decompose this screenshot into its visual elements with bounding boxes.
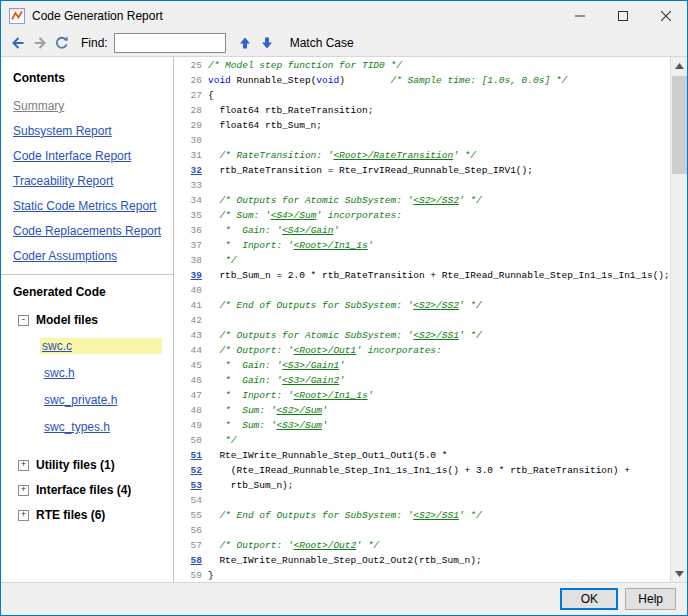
sidebar-link-subsystem-report[interactable]: Subsystem Report (13, 124, 112, 138)
code-text: /* Outport: '<Root>/Out2' */ (208, 538, 379, 553)
line-number: 43 (178, 328, 202, 343)
sidebar-link-coder-assumptions[interactable]: Coder Assumptions (13, 249, 117, 263)
line-number: 25 (178, 58, 202, 73)
code-text: { (208, 88, 214, 103)
code-hyperlink[interactable]: <S2>/SS1 (413, 330, 459, 341)
close-icon[interactable] (644, 1, 687, 30)
generated-code-tree: -Model filesswc.cswc.hswc_private.hswc_t… (13, 313, 173, 522)
code-text: /* End of Outputs for SubSystem: '<S2>/S… (208, 508, 482, 523)
code-hyperlink[interactable]: <S3>/Gain1 (282, 360, 339, 371)
line-number-link[interactable]: 51 (178, 448, 202, 463)
code-plain: float64 rtb_Sum_n; (208, 120, 322, 131)
code-lines: 25/* Model step function for TID0 */26vo… (178, 58, 687, 582)
file-link-swc-c[interactable]: swc.c (40, 338, 162, 354)
code-comment: ' (339, 375, 345, 386)
find-next-arrow-icon[interactable] (256, 32, 278, 54)
scrollbar-thumb[interactable] (672, 76, 687, 174)
line-number: 55 (178, 508, 202, 523)
sidebar-link-code-interface-report[interactable]: Code Interface Report (13, 149, 131, 163)
code-hyperlink[interactable]: <S2>/Sum (276, 405, 322, 416)
back-arrow-icon[interactable] (7, 32, 29, 54)
file-link-swc-types-h[interactable]: swc_types.h (42, 419, 112, 435)
scroll-up-arrow-icon[interactable] (671, 57, 687, 74)
maximize-icon[interactable] (601, 1, 644, 30)
line-number-link[interactable]: 32 (178, 163, 202, 178)
code-comment: /* Sample time: [1.0s, 0.0s] */ (390, 75, 567, 86)
line-number-link[interactable]: 52 (178, 463, 202, 478)
code-generation-report-window: Code Generation Report Find: (0, 0, 688, 616)
help-button[interactable]: Help (625, 588, 676, 610)
code-line: 52 (Rte_IRead_Runnable_Step_In1_1s_In1_1… (178, 463, 687, 478)
code-comment: * Gain: ' (208, 360, 282, 371)
code-comment: /* End of Outputs for SubSystem: ' (208, 510, 413, 521)
sidebar-link-code-replacements-report[interactable]: Code Replacements Report (13, 224, 161, 238)
code-hyperlink[interactable]: <Root>/In1_1s (294, 240, 368, 251)
collapse-box-icon[interactable]: - (18, 315, 29, 326)
code-hyperlink[interactable]: <S2>/SS2 (413, 195, 459, 206)
file-link-swc-h[interactable]: swc.h (42, 365, 77, 381)
code-comment: /* RateTransition: ' (208, 150, 333, 161)
code-text: /* Model step function for TID0 */ (208, 58, 402, 73)
sidebar-link-static-code-metrics-report[interactable]: Static Code Metrics Report (13, 199, 156, 213)
code-comment: * Inport: ' (208, 240, 294, 251)
code-line: 27{ (178, 88, 687, 103)
find-label: Find: (81, 36, 108, 50)
code-text: /* Outputs for Atomic SubSystem: '<S2>/S… (208, 193, 482, 208)
code-hyperlink[interactable]: <Root>/RateTransition (333, 150, 453, 161)
code-hyperlink[interactable]: <S3>/Sum (276, 420, 322, 431)
line-number: 56 (178, 523, 202, 538)
ok-button[interactable]: OK (560, 588, 618, 610)
code-comment: * Gain: ' (208, 225, 282, 236)
line-number: 48 (178, 403, 202, 418)
find-input[interactable] (114, 33, 226, 53)
code-comment: ' (368, 240, 374, 251)
expand-box-icon[interactable]: + (18, 485, 29, 496)
code-hyperlink[interactable]: <Root>/In1_1s (294, 390, 368, 401)
content-area: Contents SummarySubsystem ReportCode Int… (1, 57, 687, 582)
line-number-link[interactable]: 39 (178, 268, 202, 283)
code-line: 58 Rte_IWrite_Runnable_Step_Out2_Out2(rt… (178, 553, 687, 568)
find-previous-arrow-icon[interactable] (234, 32, 256, 54)
expand-box-icon[interactable]: + (18, 510, 29, 521)
line-number: 28 (178, 103, 202, 118)
code-hyperlink[interactable]: <S4>/Sum (271, 210, 317, 221)
line-number: 26 (178, 73, 202, 88)
code-hyperlink[interactable]: <Root>/Out2 (294, 540, 357, 551)
code-comment: * Sum: ' (208, 420, 276, 431)
code-line: 46 * Gain: '<S3>/Gain2' (178, 373, 687, 388)
code-line: 56 (178, 523, 687, 538)
code-hyperlink[interactable]: <S2>/SS2 (413, 300, 459, 311)
vertical-scrollbar[interactable] (670, 57, 687, 582)
line-number-link[interactable]: 58 (178, 553, 202, 568)
code-comment: /* Outputs for Atomic SubSystem: ' (208, 195, 413, 206)
code-hyperlink[interactable]: <S4>/Gain (282, 225, 333, 236)
code-line: 44 /* Outport: '<Root>/Out1' incorporate… (178, 343, 687, 358)
refresh-icon[interactable] (51, 32, 73, 54)
code-line: 54 (178, 493, 687, 508)
forward-arrow-icon[interactable] (29, 32, 51, 54)
tree-node: +Utility files (1) (18, 458, 173, 472)
minimize-icon[interactable] (558, 1, 601, 30)
code-hyperlink[interactable]: <Root>/Out1 (294, 345, 357, 356)
sidebar-link-traceability-report[interactable]: Traceability Report (13, 174, 113, 188)
code-hyperlink[interactable]: <S3>/Gain2 (282, 375, 339, 386)
code-comment: /* End of Outputs for SubSystem: ' (208, 300, 413, 311)
tree-node-label: Interface files (4) (36, 483, 131, 497)
code-hyperlink[interactable]: <S2>/SS1 (413, 510, 459, 521)
code-comment: /* Model step function for TID0 */ (208, 60, 402, 71)
expand-box-icon[interactable]: + (18, 460, 29, 471)
window-title: Code Generation Report (32, 9, 163, 23)
code-line: 42 (178, 313, 687, 328)
scroll-down-arrow-icon[interactable] (671, 565, 687, 582)
code-text: * Inport: '<Root>/In1_1s' (208, 388, 373, 403)
code-line: 32 rtb_RateTransition = Rte_IrvIRead_Run… (178, 163, 687, 178)
match-case-label[interactable]: Match Case (290, 36, 354, 50)
code-comment: */ (208, 255, 237, 266)
line-number-link[interactable]: 53 (178, 478, 202, 493)
file-link-swc-private-h[interactable]: swc_private.h (42, 392, 119, 408)
code-line: 38 */ (178, 253, 687, 268)
line-number: 40 (178, 283, 202, 298)
code-plain: rtb_RateTransition = Rte_IrvIRead_Runnab… (208, 165, 533, 176)
code-line: 31 /* RateTransition: '<Root>/RateTransi… (178, 148, 687, 163)
sidebar-link-summary[interactable]: Summary (13, 99, 64, 113)
